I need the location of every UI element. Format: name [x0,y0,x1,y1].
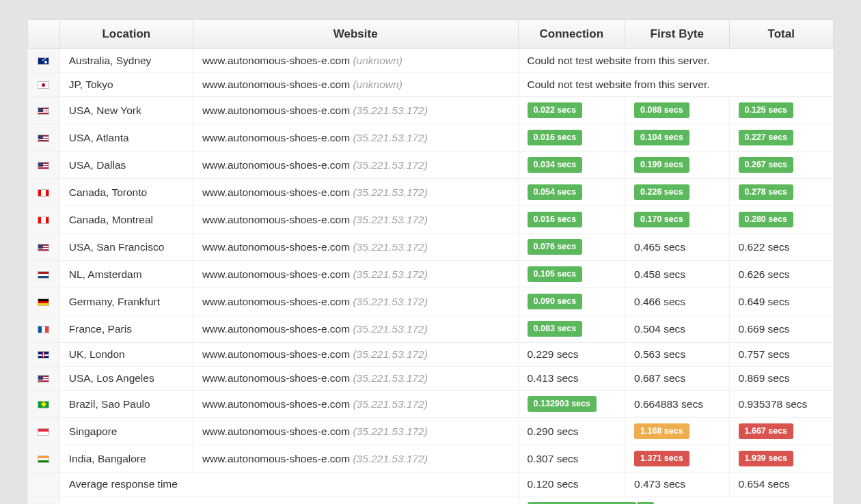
website-domain: www.autonomous-shoes-e.com [202,214,350,225]
first-byte-time: 0.088 secs [634,102,689,118]
connection-time: 0.132903 secs [528,396,597,412]
flag-icon [38,298,49,306]
website-cell: www.autonomous-shoes-e.com (35.221.53.17… [193,97,518,124]
table-row: Australia, Sydneywww.autonomous-shoes-e.… [28,49,834,73]
location-cell: Canada, Toronto [59,179,193,206]
first-byte-cell: 0.199 secs [625,152,729,179]
website-domain: www.autonomous-shoes-e.com [202,132,350,143]
col-total[interactable]: Total [729,20,833,49]
flag-cell [28,316,60,343]
connection-time: 0.054 secs [528,184,583,200]
total-time: 1.939 secs [739,451,794,466]
latency-results-table: Location Website Connection First Byte T… [27,19,834,504]
total-time: 0.278 secs [739,184,794,200]
first-byte-cell: 0.563 secs [625,343,729,367]
total-time: 0.669 secs [739,323,790,335]
table-row: India, Bangalorewww.autonomous-shoes-e.c… [28,445,834,473]
connection-time: 0.090 secs [528,294,583,309]
flag-icon [38,107,49,115]
first-byte-cell: 0.504 secs [625,316,729,343]
connection-cell: 0.022 secs [518,97,625,124]
flag-cell [28,206,60,234]
flag-cell [28,97,60,124]
flag-icon [38,216,49,224]
flag-icon [38,81,49,89]
connection-time: 0.034 secs [528,157,583,173]
first-byte-time: 0.226 secs [634,184,689,200]
website-domain: www.autonomous-shoes-e.com [202,104,350,116]
flag-cell [28,418,60,445]
connection-cell: 0.054 secs [518,179,625,206]
website-cell: www.autonomous-shoes-e.com (35.221.53.17… [193,343,518,367]
total-cell: 0.935378 secs [729,391,833,418]
flag-cell [28,73,60,97]
flag-icon [38,401,49,408]
website-ip: (unknown) [353,55,402,66]
first-byte-time: 1.371 secs [634,451,689,466]
connection-cell: 0.105 secs [518,261,625,288]
total-time: 0.869 secs [739,372,790,384]
website-ip: (35.221.53.172) [353,159,427,171]
connection-time: 0.229 secs [528,348,579,360]
website-ip: (35.221.53.172) [353,186,427,198]
connection-cell: 0.076 secs [518,234,625,261]
col-first-byte[interactable]: First Byte [625,20,729,49]
first-byte-time: 0.563 secs [634,348,685,360]
avg-connection: 0.120 secs [528,478,579,490]
total-cell: 0.622 secs [729,234,833,261]
error-cell: Could not test website from this server. [518,73,833,97]
location-cell: NL, Amsterdam [59,261,193,288]
total-time: 0.935378 secs [739,398,808,410]
website-ip: (35.221.53.172) [353,453,427,464]
total-time: 0.622 secs [739,241,790,253]
first-byte-time: 0.465 secs [634,241,685,253]
table-row: Brazil, Sao Paulowww.autonomous-shoes-e.… [28,391,834,418]
col-location[interactable]: Location [59,20,193,49]
first-byte-time: 1.168 secs [634,423,689,439]
website-ip: (35.221.53.172) [353,241,427,253]
table-row: USA, San Franciscowww.autonomous-shoes-e… [28,234,834,261]
total-cell: 0.227 secs [729,124,833,152]
website-domain: www.autonomous-shoes-e.com [202,372,350,384]
website-domain: www.autonomous-shoes-e.com [202,186,350,198]
website-cell: www.autonomous-shoes-e.com (35.221.53.17… [193,206,518,234]
total-cell: 1.939 secs [729,445,833,473]
flag-cell [28,234,60,261]
connection-time: 0.083 secs [528,321,583,337]
flag-cell [28,367,60,391]
total-time: 1.667 secs [739,423,794,439]
flag-icon [38,456,49,463]
website-ip: (35.221.53.172) [353,323,427,335]
location-cell: Australia, Sydney [59,49,193,73]
error-text: Could not test website from this server. [528,55,710,66]
average-label: Average response time [59,473,518,496]
location-cell: JP, Tokyo [59,73,193,97]
website-cell: www.autonomous-shoes-e.com (35.221.53.17… [193,418,518,445]
flag-cell [28,343,60,367]
flag-cell [28,288,60,316]
col-flag [28,20,60,49]
first-byte-cell: 0.170 secs [625,206,729,234]
location-cell: Canada, Montreal [59,206,193,234]
location-cell: India, Bangalore [59,445,193,473]
flag-icon [38,428,49,436]
col-connection[interactable]: Connection [518,20,625,49]
website-cell: www.autonomous-shoes-e.com (unknown) [193,49,518,73]
table-row: NL, Amsterdamwww.autonomous-shoes-e.com … [28,261,834,288]
website-cell: www.autonomous-shoes-e.com (35.221.53.17… [193,179,518,206]
website-cell: www.autonomous-shoes-e.com (35.221.53.17… [193,445,518,473]
flag-cell [28,261,60,288]
flag-cell-empty [28,496,60,505]
total-cell: 0.757 secs [729,343,833,367]
total-cell: 0.280 secs [729,206,833,234]
table-row: Canada, Torontowww.autonomous-shoes-e.co… [28,179,834,206]
first-byte-cell: 1.168 secs [625,418,729,445]
first-byte-cell: 0.458 secs [625,261,729,288]
connection-cell: 0.229 secs [518,343,625,367]
website-cell: www.autonomous-shoes-e.com (35.221.53.17… [193,391,518,418]
flag-cell [28,179,60,206]
total-cell: 0.869 secs [729,367,833,391]
col-website[interactable]: Website [193,20,518,49]
flag-icon [38,375,49,382]
connection-cell: 0.034 secs [518,152,625,179]
